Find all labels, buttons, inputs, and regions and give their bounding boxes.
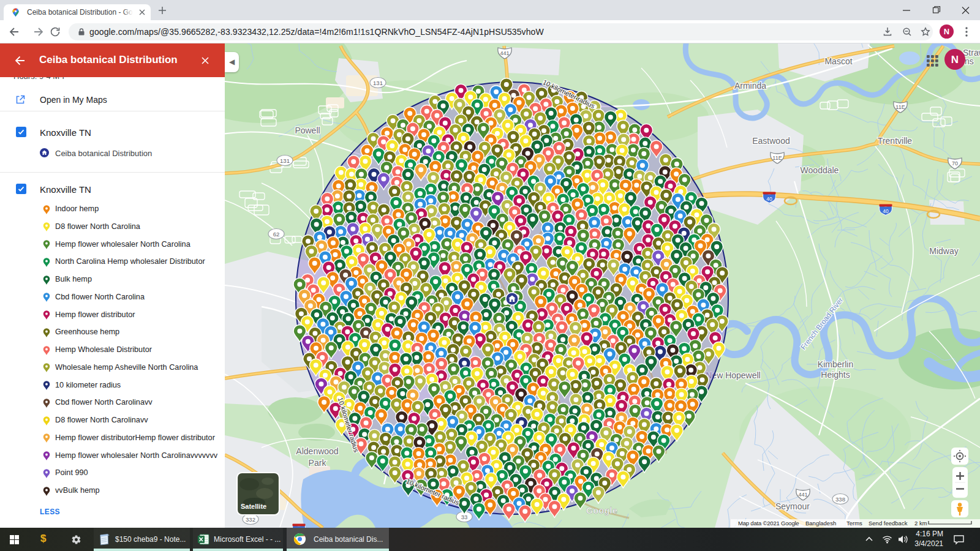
svg-text:62: 62 [273, 231, 280, 238]
svg-text:Powell: Powell [295, 126, 320, 135]
svg-text:Bangladesh: Bangladesh [805, 520, 836, 527]
svg-text:ns: ns [965, 56, 974, 66]
svg-text:40: 40 [766, 196, 772, 202]
svg-text:Terms: Terms [846, 520, 862, 527]
svg-text:441: 441 [500, 50, 509, 56]
svg-text:Arminda: Arminda [734, 81, 766, 91]
svg-text:Trentville: Trentville [878, 136, 912, 146]
svg-text:Wooddale: Wooddale [801, 165, 839, 175]
svg-text:332: 332 [246, 516, 255, 523]
svg-text:Aldenwood: Aldenwood [296, 446, 338, 456]
svg-text:40: 40 [883, 208, 889, 214]
svg-text:Seymour: Seymour [775, 501, 810, 511]
svg-text:Heights: Heights [821, 370, 850, 380]
svg-text:441: 441 [798, 492, 807, 498]
svg-text:N: N [951, 54, 959, 66]
svg-text:338: 338 [835, 496, 845, 503]
svg-text:70: 70 [952, 160, 958, 167]
svg-text:Kimberlin: Kimberlin [818, 359, 853, 369]
svg-text:2 km: 2 km [914, 520, 927, 527]
svg-text:11E: 11E [895, 104, 905, 110]
svg-text:Send feedback: Send feedback [869, 520, 908, 527]
svg-text:Google: Google [586, 506, 617, 515]
svg-text:131: 131 [373, 80, 383, 86]
svg-text:11E: 11E [772, 155, 782, 161]
svg-text:Eastwood: Eastwood [752, 136, 790, 146]
svg-text:Park: Park [309, 458, 327, 468]
svg-text:Satellite: Satellite [241, 503, 266, 510]
svg-text:Midway: Midway [929, 246, 958, 256]
svg-text:131: 131 [280, 157, 290, 164]
svg-text:Mascot: Mascot [824, 56, 852, 66]
svg-text:Map data ©2021 Google: Map data ©2021 Google [738, 520, 799, 527]
